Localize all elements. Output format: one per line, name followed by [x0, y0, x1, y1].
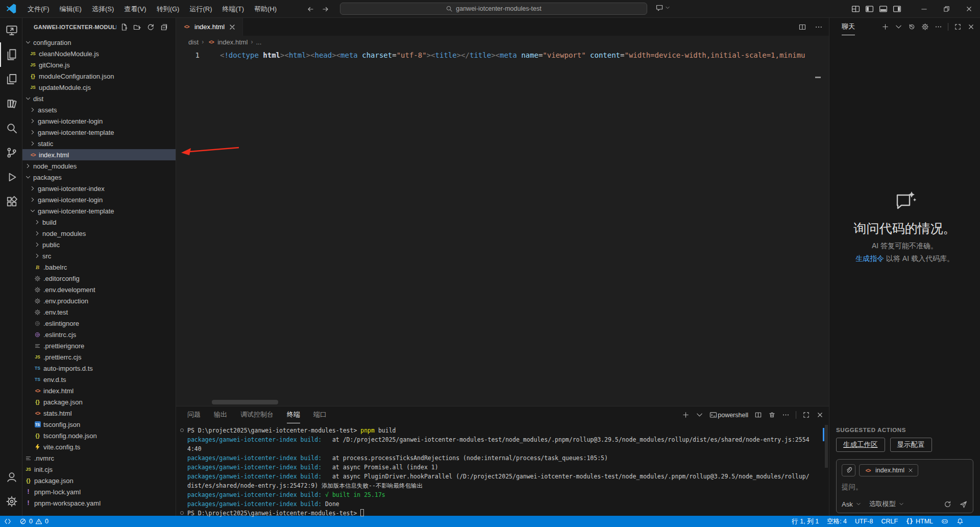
panel-tab-问题[interactable]: 问题: [187, 406, 201, 423]
new-file-icon[interactable]: [118, 21, 130, 33]
tree-file-gitClone.js[interactable]: JSgitClone.js: [22, 59, 176, 70]
terminal-dropdown-icon[interactable]: [696, 411, 703, 419]
close-button[interactable]: [958, 0, 980, 18]
expand-icon[interactable]: [954, 23, 962, 31]
tree-file-.env.test[interactable]: .env.test: [22, 306, 176, 318]
tree-file-.prettierignore[interactable]: .prettierignore: [22, 340, 176, 351]
horizontal-scrollbar[interactable]: [212, 400, 278, 404]
kill-terminal-icon[interactable]: [768, 411, 776, 419]
history-icon[interactable]: [908, 23, 916, 31]
restore-button[interactable]: [935, 0, 958, 18]
more-actions-icon[interactable]: [815, 23, 823, 31]
activity-copy[interactable]: [0, 67, 22, 91]
tree-file-.nvmrc[interactable]: .nvmrc: [22, 452, 176, 464]
back-icon[interactable]: [306, 5, 314, 13]
tree-folder-packages[interactable]: packages: [22, 172, 176, 183]
tree-folder-dist[interactable]: dist: [22, 93, 176, 104]
tree-file-moduleConfiguration.json[interactable]: {}moduleConfiguration.json: [22, 70, 176, 82]
voice-input-icon[interactable]: [943, 500, 952, 509]
suggested-button-生成工作区[interactable]: 生成工作区: [836, 438, 885, 452]
tree-file-env.d.ts[interactable]: TSenv.d.ts: [22, 374, 176, 385]
tree-file-package.json[interactable]: {}package.json: [22, 475, 176, 486]
tree-folder-static[interactable]: static: [22, 138, 176, 149]
tree-file-index.html[interactable]: <>index.html: [22, 149, 176, 160]
chip-close-icon[interactable]: [908, 467, 914, 473]
breadcrumb-item-1[interactable]: index.html: [217, 38, 248, 46]
menu-item-6[interactable]: 终端(T): [217, 0, 249, 18]
menu-item-2[interactable]: 选择(S): [87, 0, 119, 18]
menu-item-7[interactable]: 帮助(H): [249, 0, 282, 18]
activity-source-control[interactable]: [0, 140, 22, 165]
tree-file-stats.html[interactable]: <>stats.html: [22, 408, 176, 419]
split-terminal-icon[interactable]: [754, 411, 762, 419]
status-item-copilot[interactable]: [937, 516, 952, 527]
layout-right-icon[interactable]: [893, 5, 901, 13]
activity-run[interactable]: [0, 165, 22, 189]
tree-file-pnpm-workspace.yaml[interactable]: !pnpm-workspace.yaml: [22, 497, 176, 509]
activity-remote-explorer[interactable]: [0, 18, 22, 42]
panel-tab-终端[interactable]: 终端: [287, 406, 300, 423]
menu-item-5[interactable]: 运行(R): [184, 0, 217, 18]
copilot-menu-button[interactable]: [655, 4, 670, 12]
remote-indicator[interactable]: [0, 516, 15, 527]
refresh-icon[interactable]: [145, 21, 156, 33]
breadcrumb-item-0[interactable]: dist: [188, 38, 199, 46]
maximize-panel-icon[interactable]: [802, 411, 810, 419]
gear-icon[interactable]: [921, 23, 929, 31]
model-picker[interactable]: 选取模型: [869, 499, 896, 509]
menu-item-3[interactable]: 查看(V): [119, 0, 151, 18]
tree-folder-node_modules[interactable]: node_modules: [22, 160, 176, 172]
tree-folder-build[interactable]: build: [22, 217, 176, 228]
tree-file-init.cjs[interactable]: JSinit.cjs: [22, 464, 176, 475]
terminal-shell-item[interactable]: powershell: [709, 411, 748, 419]
tree-folder-public[interactable]: public: [22, 239, 176, 250]
forward-icon[interactable]: [322, 5, 330, 13]
status-item-CRLF[interactable]: CRLF: [877, 516, 902, 527]
layout-bottom-icon[interactable]: [879, 5, 888, 13]
command-center-search[interactable]: ganwei-iotcenter-modules-test: [340, 3, 647, 15]
tree-file-.babelrc[interactable]: B.babelrc: [22, 261, 176, 273]
collapse-all-icon[interactable]: [158, 21, 169, 33]
close-icon[interactable]: [967, 23, 975, 31]
tree-folder-ganwei-iotcenter-index[interactable]: ganwei-iotcenter-index: [22, 183, 176, 194]
context-chip-index-html[interactable]: <> index.html: [859, 464, 918, 476]
new-folder-icon[interactable]: [132, 21, 143, 33]
chevron-down-icon[interactable]: [895, 23, 902, 31]
mode-picker[interactable]: Ask: [842, 500, 853, 508]
tree-folder-src[interactable]: src: [22, 250, 176, 261]
ellipsis-icon[interactable]: [935, 23, 942, 31]
layout-left-icon[interactable]: [865, 5, 874, 13]
tree-folder-ganwei-iotcenter-template[interactable]: ganwei-iotcenter-template: [22, 127, 176, 138]
send-button-icon[interactable]: [959, 500, 968, 509]
terminal-output[interactable]: PS D:\project2025\ganwei-iotcenter-modul…: [176, 423, 829, 518]
tree-folder-configuration[interactable]: configuration: [22, 37, 176, 48]
tab-index-html[interactable]: <> index.html: [176, 18, 243, 36]
editor-code-area[interactable]: 1 <!doctype html><html><head><meta chars…: [176, 48, 829, 406]
activity-search[interactable]: [0, 116, 22, 140]
tree-file-pnpm-lock.yaml[interactable]: !pnpm-lock.yaml: [22, 486, 176, 497]
menu-item-0[interactable]: 文件(F): [22, 0, 55, 18]
tab-close-icon[interactable]: [228, 23, 236, 31]
menu-item-4[interactable]: 转到(G): [152, 0, 185, 18]
tab-chat[interactable]: 聊天: [842, 18, 855, 35]
tree-file-vite.config.ts[interactable]: vite.config.ts: [22, 441, 176, 452]
panel-tab-调试控制台[interactable]: 调试控制台: [240, 406, 274, 423]
status-item-HTML[interactable]: {}HTML: [902, 516, 937, 527]
tree-file-cleanNodeModule.js[interactable]: JScleanNodeModule.js: [22, 48, 176, 59]
terminal-scrollbar[interactable]: [825, 425, 828, 468]
close-panel-icon[interactable]: [816, 411, 824, 419]
activity-settings-gear[interactable]: [0, 489, 22, 514]
tree-folder-ganwei-iotcenter-login[interactable]: ganwei-iotcenter-login: [22, 115, 176, 127]
tree-file-.env.development[interactable]: .env.development: [22, 284, 176, 295]
problems-status[interactable]: 0 0: [15, 516, 53, 527]
generate-instructions-link[interactable]: 生成指令: [855, 254, 884, 262]
status-item-bell[interactable]: [952, 516, 968, 527]
tree-file-.env.production[interactable]: .env.production: [22, 295, 176, 306]
suggested-button-显示配置[interactable]: 显示配置: [890, 438, 932, 452]
status-item-UTF-8[interactable]: UTF-8: [851, 516, 877, 527]
tree-folder-assets[interactable]: assets: [22, 104, 176, 115]
tree-file-.eslintrc.cjs[interactable]: .eslintrc.cjs: [22, 329, 176, 340]
tree-file-tsconfig.node.json[interactable]: {}tsconfig.node.json: [22, 430, 176, 441]
tree-file-.editorconfig[interactable]: .editorconfig: [22, 273, 176, 284]
tree-file-auto-imports.d.ts[interactable]: TSauto-imports.d.ts: [22, 363, 176, 374]
